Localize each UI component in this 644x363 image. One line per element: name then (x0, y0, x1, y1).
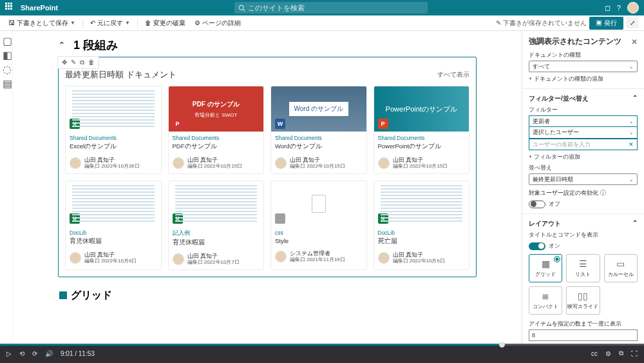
card-thumbnail: X (66, 181, 161, 226)
move-icon[interactable]: ✥ (62, 59, 67, 66)
audience-label: 対象ユーザー設定の有効化 ⓘ (529, 189, 638, 197)
pip-icon[interactable]: ⧉ (619, 349, 623, 357)
search-box[interactable]: このサイトを検索 (234, 2, 428, 14)
item-count-label: アイテムを指定の数まで一度に表示 (529, 320, 638, 328)
item-count-input[interactable]: 8 (529, 329, 638, 341)
play-icon[interactable]: ▷ (6, 350, 12, 357)
file-type-icon: P (173, 119, 183, 129)
grid-section-heading: グリッド (59, 289, 477, 302)
sort-dropdown[interactable]: 最終更新日時順⌄ (529, 173, 638, 185)
layout-carousel-option[interactable]: ▭カルーセル (604, 254, 638, 282)
modified-date: 編集日 2022年10月6日 (393, 258, 445, 264)
collapse-section-icon[interactable]: ⌃ (58, 40, 66, 50)
hide-icon[interactable]: ◌ (3, 63, 10, 71)
svg-line-1 (243, 9, 245, 11)
user-name-input[interactable]: ユーザーの名前を入力✕ (529, 139, 638, 150)
author-avatar (275, 157, 287, 169)
document-card[interactable]: PDF のサンプル市場分析と SWOT P Shared Documents P… (168, 86, 265, 174)
add-filter-link[interactable]: フィルターの追加 (529, 153, 638, 161)
filter-sort-header[interactable]: フィルター/並べ替え⌃ (529, 94, 638, 103)
close-pane-icon[interactable]: ✕ (631, 37, 638, 46)
audience-toggle[interactable]: オフ (529, 200, 638, 208)
author-avatar (378, 252, 390, 264)
card-filename: 死亡届 (378, 237, 466, 246)
card-thumbnail: X (374, 181, 469, 226)
suite-header: SharePoint このサイトを検索 ◻ ? (0, 0, 644, 15)
app-launcher-icon[interactable] (5, 3, 15, 13)
publish-button[interactable]: ▣ 発行 (589, 17, 623, 30)
document-card[interactable]: Word のサンプル W Shared Documents Wordのサンプル … (270, 86, 367, 174)
card-library-link[interactable]: DocLib (378, 230, 466, 236)
filter-subselect[interactable]: 選択したユーザー⌄ (529, 127, 638, 139)
comments-icon[interactable]: ▤ (3, 77, 10, 85)
document-card[interactable]: X DocLib 死亡届 山田 真知子編集日 2022年10月6日 (374, 181, 470, 270)
author-name: 山田 真知子 (187, 253, 240, 259)
author-avatar (275, 251, 287, 262)
edit-icon[interactable]: ✎ (71, 59, 76, 66)
card-thumbnail: PDF のサンプル市場分析と SWOT P (169, 86, 264, 132)
author-avatar (70, 157, 81, 169)
fullscreen-icon[interactable]: ⛶ (631, 350, 638, 357)
add-doc-type-link[interactable]: ドキュメントの種類の追加 (529, 75, 638, 83)
document-card[interactable]: X DocLib 育児休暇届 山田 真知子編集日 2022年10月6日 (65, 181, 162, 270)
cc-icon[interactable]: cc (591, 350, 598, 357)
title-cmd-toggle[interactable]: オン (529, 242, 638, 250)
card-library-link[interactable]: Shared Documents (173, 135, 260, 141)
page-command-bar: 🖫 下書きとして保存 ▼ ↶ 元に戻す ▼ 🗑 変更の破棄 ⚙ ページの詳細 ✎… (0, 15, 644, 31)
settings-icon[interactable]: ⚙ (605, 350, 611, 357)
search-icon (238, 5, 245, 12)
layout-list-option[interactable]: ☰リスト (566, 254, 600, 282)
skip-back-icon[interactable]: ⟲ (19, 350, 24, 357)
section-icon[interactable]: ◧ (3, 49, 10, 57)
megaphone-icon[interactable]: ◻ (605, 4, 611, 12)
expand-button[interactable]: ⤢ (626, 17, 639, 28)
card-library-link[interactable]: 記入例 (173, 230, 260, 237)
author-avatar (70, 252, 81, 264)
card-filename: PDFのサンプル (173, 142, 260, 151)
page-canvas: ⌃ 1 段組み ✥ ✎ ⧉ 🗑 最終更新日時順 ドキュメント すべて表示 X S… (13, 31, 522, 344)
volume-icon[interactable]: 🔊 (45, 350, 53, 357)
card-thumbnail (271, 181, 366, 226)
delete-icon[interactable]: 🗑 (88, 59, 95, 66)
modified-date: 編集日 2021年11月19日 (290, 257, 345, 263)
card-library-link[interactable]: DocLib (70, 230, 157, 236)
user-avatar[interactable] (627, 2, 639, 14)
author-name: 山田 真知子 (290, 157, 345, 163)
document-card[interactable]: X Shared Documents Excelのサンプル 山田 真知子編集日 … (65, 86, 162, 174)
see-all-link[interactable]: すべて表示 (437, 70, 469, 79)
modified-date: 編集日 2022年10月26日 (84, 163, 140, 170)
square-bullet-icon (59, 291, 67, 299)
card-thumbnail: PowerPointのサンプル P (374, 86, 469, 132)
discard-button[interactable]: 🗑 変更の破棄 (142, 17, 189, 29)
layout-compact-option[interactable]: ≣コンパクト (529, 286, 562, 315)
save-draft-button[interactable]: 🖫 下書きとして保存 ▼ (5, 17, 79, 29)
duplicate-icon[interactable]: ⧉ (80, 59, 84, 66)
card-library-link[interactable]: Shared Documents (378, 135, 466, 141)
card-library-link[interactable]: Shared Documents (275, 135, 363, 141)
file-type-icon: P (378, 119, 388, 129)
filter-dropdown[interactable]: 更新者⌄ (529, 115, 638, 127)
document-card[interactable]: X 記入例 育児休暇届 山田 真知子編集日 2022年10月7日 (168, 181, 265, 270)
progress-bar[interactable] (0, 344, 644, 346)
doc-type-label: ドキュメントの種類 (529, 51, 638, 59)
suite-actions: ◻ ? (605, 2, 639, 14)
file-type-icon: X (378, 213, 388, 224)
help-icon[interactable]: ? (617, 4, 621, 12)
layout-grid-option[interactable]: ▦グリッド (529, 254, 562, 282)
highlighted-content-webpart[interactable]: ✥ ✎ ⧉ 🗑 最終更新日時順 ドキュメント すべて表示 X Shared Do… (58, 57, 477, 277)
card-filename: Style (275, 237, 363, 244)
undo-button[interactable]: ↶ 元に戻す ▼ (87, 17, 133, 29)
add-section-icon[interactable]: ▢ (3, 35, 10, 43)
card-library-link[interactable]: Shared Documents (70, 135, 157, 141)
card-library-link[interactable]: css (275, 230, 363, 236)
layout-filmstrip-option[interactable]: ▯▯映写スライド (566, 286, 600, 315)
skip-fwd-icon[interactable]: ⟳ (32, 350, 37, 357)
layout-header[interactable]: レイアウト⌃ (529, 219, 638, 228)
document-card[interactable]: css Style システム管理者編集日 2021年11月19日 (270, 181, 367, 270)
card-thumbnail: X (169, 181, 264, 226)
document-card[interactable]: PowerPointのサンプル P Shared Documents Power… (374, 86, 470, 174)
card-thumbnail: Word のサンプル W (271, 86, 366, 132)
page-details-button[interactable]: ⚙ ページの詳細 (191, 17, 244, 29)
author-name: システム管理者 (290, 250, 345, 257)
doc-type-dropdown[interactable]: すべて⌄ (529, 61, 638, 72)
